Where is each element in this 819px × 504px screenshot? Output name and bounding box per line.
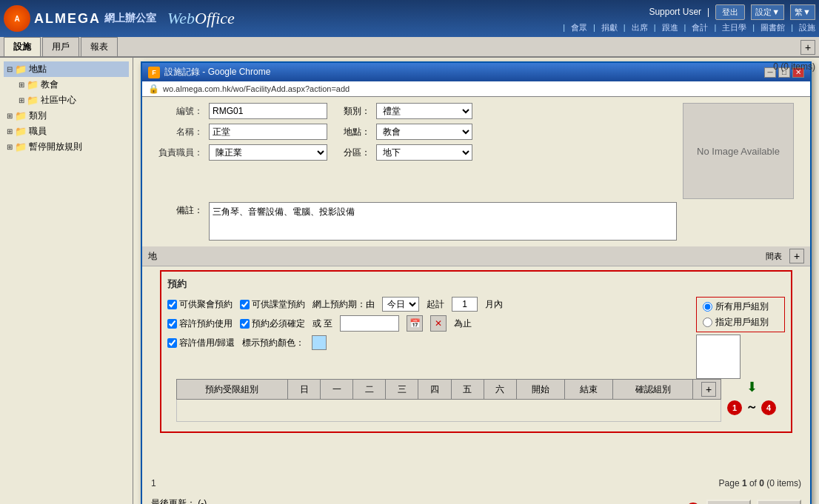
radio-group-user: 所有用戶組別 指定用戶組別 — [696, 297, 785, 332]
check-must-confirm[interactable]: 預約必須確定 — [240, 317, 305, 330]
num-circle-1: 1 — [727, 400, 742, 415]
pagination: Page 1 of 0 (0 items) — [719, 478, 801, 488]
checkbox-meeting[interactable] — [167, 300, 177, 309]
check-borrow[interactable]: 容許借用/歸還 — [167, 337, 235, 349]
radio-all-users-label: 所有用戶組別 — [715, 300, 769, 313]
month-num-input[interactable] — [452, 297, 478, 312]
sidebar-item-staff[interactable]: ⊞ 📁 職員 — [4, 124, 129, 139]
content-area: F 設施記錄 - Google Chrome ─ □ ✕ 🔒 wo.almega… — [133, 58, 819, 504]
nav-attendance[interactable]: 出席 — [632, 22, 648, 33]
logo-almega: ALMEGA — [34, 11, 101, 27]
staff-select[interactable]: 陳正業 — [209, 144, 327, 161]
nav-library[interactable]: 圖書館 — [760, 22, 785, 33]
logo-office-text: Office — [195, 9, 235, 27]
month-label: 月內 — [485, 298, 503, 311]
radio-all-users-input[interactable] — [703, 302, 712, 312]
radio-specific-users[interactable]: 指定用戶組別 — [703, 316, 778, 329]
code-input[interactable] — [209, 103, 327, 119]
form-row-staff-subarea: 負責職員： 陳正業 分區： 地下 — [151, 144, 675, 161]
nav-accounting[interactable]: 會計 — [692, 22, 708, 33]
nav-facility[interactable]: 設施 — [799, 22, 815, 33]
nav-sunday[interactable]: 主日學 — [722, 22, 746, 33]
num-labels-row: 1 ～ 4 — [727, 400, 776, 415]
sidebar-label-community: 社區中心 — [41, 94, 76, 107]
color-picker-box[interactable] — [312, 335, 327, 350]
nav-congregation[interactable]: 會眾 — [571, 22, 587, 33]
logout-button[interactable]: 登出 — [715, 4, 745, 20]
sidebar-item-church[interactable]: ⊞ 📁 教會 — [16, 77, 129, 93]
check-meeting[interactable]: 可供聚會預約 — [167, 298, 233, 311]
check-allow-booking[interactable]: 容許預約使用 — [167, 317, 233, 330]
table-section: 預約受限組別 日 一 二 三 四 五 六 開始 — [167, 379, 785, 426]
download-icon[interactable]: ⬇ — [746, 379, 758, 395]
checkbox-borrow[interactable] — [167, 338, 177, 348]
sidebar-item-location[interactable]: ⊟ 📁 地點 — [4, 61, 129, 77]
sidebar-label-staff: 職員 — [29, 125, 47, 138]
sidebar: ⊟ 📁 地點 ⊞ 📁 教會 ⊞ 📁 社區中心 ⊞ 📁 類別 ⊞ 📁 職員 — [0, 58, 133, 504]
subarea-select[interactable]: 地下 — [376, 144, 472, 161]
color-label: 標示預約顏色： — [242, 337, 304, 349]
clear-date-btn[interactable]: ✕ — [430, 315, 447, 332]
today-select[interactable]: 今日 — [382, 297, 419, 312]
header-right: Support User | 登出 設定▼ 繁▼ | 會眾 | 捐獻 | 出席 … — [563, 4, 815, 33]
settings-dropdown[interactable]: 設定▼ — [751, 4, 784, 20]
subarea-label: 分區： — [333, 147, 370, 159]
check-allow-label: 容許預約使用 — [179, 317, 233, 330]
add-tab-button[interactable]: + — [800, 40, 815, 55]
sidebar-item-category[interactable]: ⊞ 📁 類別 — [4, 108, 129, 124]
add-room-btn[interactable]: + — [789, 249, 804, 263]
section-bar: 地 間表 + — [142, 246, 810, 266]
nav-donation[interactable]: 捐獻 — [601, 22, 618, 33]
category-select[interactable]: 禮堂 — [376, 103, 472, 119]
booking-inner: 可供聚會預約 可供課堂預約 網上預約期：由 今日 起計 — [167, 297, 785, 379]
tab-users[interactable]: 用戶 — [42, 37, 79, 56]
save-button[interactable]: 儲存 — [706, 500, 751, 505]
section-label: 地 — [148, 250, 157, 263]
location-select[interactable]: 教會 — [376, 124, 472, 140]
cancel-button[interactable]: 取消 — [757, 500, 801, 505]
tab-facility[interactable]: 設施 — [4, 37, 41, 56]
sidebar-label-location: 地點 — [29, 63, 47, 75]
checkbox-class[interactable] — [240, 300, 250, 309]
content-spacer — [142, 437, 810, 474]
table-add-row-btn[interactable]: + — [701, 382, 716, 397]
user-group-color-box — [696, 335, 741, 379]
booking-table: 預約受限組別 日 一 二 三 四 五 六 開始 — [176, 379, 721, 422]
check-class[interactable]: 可供課堂預約 — [240, 298, 305, 311]
table-header-row: 預約受限組別 日 一 二 三 四 五 六 開始 — [177, 380, 721, 400]
table-empty-row — [177, 400, 721, 422]
folder-icon-church: 📁 — [27, 79, 39, 90]
expander-church: ⊞ — [19, 81, 24, 89]
sidebar-item-suspend[interactable]: ⊞ 📁 暫停開放規則 — [4, 139, 129, 155]
col-add: + — [693, 380, 721, 400]
radio-all-users[interactable]: 所有用戶組別 — [703, 300, 778, 313]
main-layout: ⊟ 📁 地點 ⊞ 📁 教會 ⊞ 📁 社區中心 ⊞ 📁 類別 ⊞ 📁 職員 — [0, 58, 819, 504]
booking-options-area: 可供聚會預約 可供課堂預約 網上預約期：由 今日 起計 — [167, 297, 689, 379]
form-right: No Image Available — [683, 103, 801, 199]
room-add-area: 間表 + — [766, 249, 804, 263]
calendar-icon-btn[interactable]: 📅 — [407, 315, 423, 332]
booking-row1: 可供聚會預約 可供課堂預約 網上預約期：由 今日 起計 — [167, 297, 689, 312]
end-date-input[interactable] — [340, 315, 399, 332]
checkbox-confirm[interactable] — [240, 319, 250, 329]
note-textarea[interactable]: 三角琴、音響設備、電腦、投影設備 — [209, 202, 677, 241]
footer-row: 最後更新： (-) 最初建立： (-) 5 儲存 取消 — [142, 493, 810, 504]
checkbox-allow[interactable] — [167, 319, 177, 329]
textarea-row: 備註： 三角琴、音響設備、電腦、投影設備 — [142, 202, 810, 246]
lang-dropdown[interactable]: 繁▼ — [790, 4, 815, 20]
nav-followup[interactable]: 跟進 — [662, 22, 678, 33]
name-input[interactable] — [209, 124, 327, 140]
folder-icon-category: 📁 — [15, 110, 27, 121]
nav-sep2: | — [624, 23, 626, 32]
check-meeting-label: 可供聚會預約 — [179, 298, 233, 311]
note-textarea-box: 三角琴、音響設備、電腦、投影設備 — [209, 202, 677, 243]
header-top-row: Support User | 登出 設定▼ 繁▼ — [649, 4, 815, 20]
tab-reports[interactable]: 報表 — [81, 37, 118, 56]
nav-sep1: | — [593, 23, 595, 32]
expander-location: ⊟ — [7, 65, 13, 73]
sidebar-item-community[interactable]: ⊞ 📁 社區中心 — [16, 93, 129, 108]
radio-specific-input[interactable] — [703, 317, 712, 327]
logo-area: A ALMEGA 網上辦公室 WebOffice — [4, 5, 235, 32]
expander-staff: ⊞ — [7, 127, 13, 135]
items-count-label: 0 (0 items) — [773, 61, 815, 72]
